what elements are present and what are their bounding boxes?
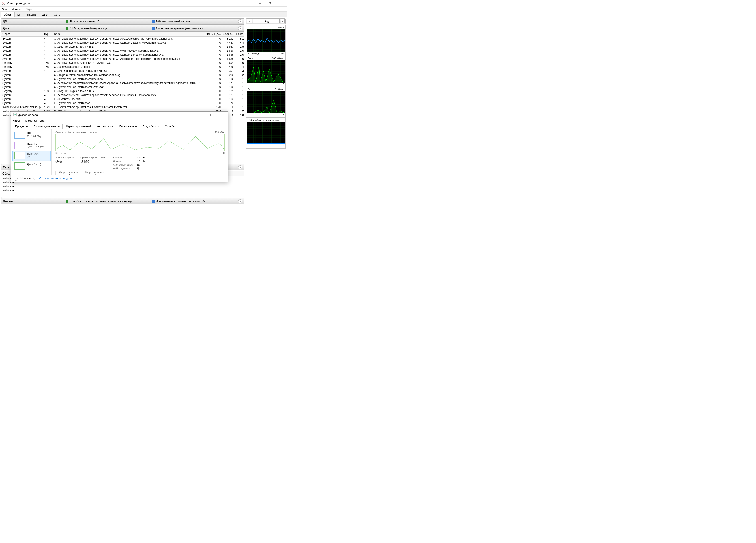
- tm-minimize-button[interactable]: [196, 112, 206, 118]
- table-cell: 168: [43, 65, 53, 69]
- disk-col-header[interactable]: ИД …: [43, 32, 53, 37]
- tm-thumb-icon: [14, 132, 25, 139]
- table-row[interactable]: System4C:\Windows\System32\winevt\Logs\M…: [1, 57, 244, 61]
- disk-col-header[interactable]: Всего …: [235, 32, 244, 37]
- table-cell: 0: [205, 73, 222, 77]
- table-cell: C:\$Extend\$UsnJrnl:$J: [53, 97, 205, 101]
- close-button[interactable]: [275, 0, 285, 7]
- tm-menu-options[interactable]: Параметры: [23, 119, 37, 122]
- table-cell: 137: [235, 93, 244, 97]
- tm-tab-startup[interactable]: Автозагрузка: [94, 124, 116, 129]
- tm-tab-details[interactable]: Подробности: [140, 124, 162, 129]
- table-row[interactable]: System4C:\Windows\System32\winevt\Logs\M…: [1, 37, 244, 41]
- tm-sidebar-item[interactable]: Диск 0 (C:) 0%: [12, 151, 51, 161]
- table-cell: 0: [205, 61, 222, 65]
- table-cell: 1 638: [235, 57, 244, 61]
- table-cell: 102: [222, 97, 235, 101]
- tab-disk[interactable]: Диск: [39, 12, 51, 17]
- tm-menu-view[interactable]: Вид: [39, 119, 44, 122]
- table-cell: C:\System Volume Information: [53, 101, 205, 105]
- tm-less-label[interactable]: Меньше: [20, 177, 31, 180]
- app-icon: [2, 2, 5, 5]
- tm-sidebar-item[interactable]: ЦП 1% 1,84 ГГц: [12, 130, 51, 140]
- tm-close-button[interactable]: [216, 112, 226, 118]
- table-row[interactable]: System4C:\$Extend\$UsnJrnl:$J0102102Фон0: [1, 97, 244, 101]
- table-cell: 4: [43, 73, 53, 77]
- table-cell: 694: [235, 61, 244, 65]
- disk-collapse-button[interactable]: [238, 26, 242, 30]
- tab-overview[interactable]: Обзор: [1, 12, 15, 17]
- table-row[interactable]: System4C:\ProgramData\Microsoft\Network\…: [1, 73, 244, 77]
- tm-tab-services[interactable]: Службы: [162, 124, 178, 129]
- tm-thumb-icon: [14, 163, 25, 170]
- tab-network[interactable]: Сеть: [51, 12, 63, 17]
- tm-menu-file[interactable]: Файл: [13, 119, 20, 122]
- table-cell: 174: [222, 81, 235, 85]
- table-row[interactable]: System4C:\System Volume Information\ISwi…: [1, 85, 244, 89]
- tm-sidebar[interactable]: ЦП 1% 1,84 ГГц Память 2,6/31,7 ГБ (8%) Д…: [11, 129, 52, 175]
- tm-open-resmon-link[interactable]: Открыть монитор ресурсов: [39, 177, 73, 180]
- maximize-button[interactable]: [265, 0, 275, 7]
- table-cell: C:\System Volume Information\ISwift3.dat: [53, 85, 205, 89]
- tm-avg-response-label: Среднее время ответа: [80, 156, 106, 159]
- tm-sidebar-item[interactable]: Память 2,6/31,7 ГБ (8%): [12, 140, 51, 151]
- disk-col-header[interactable]: Запис…: [222, 32, 235, 37]
- table-row[interactable]: System4C:\System Volume Information07272…: [1, 101, 244, 105]
- disk-col-header[interactable]: Файл: [53, 32, 205, 37]
- table-row[interactable]: System4C:\Windows\System32\winevt\Logs\M…: [1, 93, 244, 97]
- net-collapse-button[interactable]: [238, 165, 242, 169]
- table-row[interactable]: System4C:\$LogFile (Журнал тома NTFS)01 …: [1, 45, 244, 49]
- tm-tab-users[interactable]: Пользователи: [116, 124, 140, 129]
- menu-file[interactable]: Файл: [2, 8, 9, 11]
- table-cell: 1 170: [235, 105, 244, 109]
- disk-col-header[interactable]: Образ: [1, 32, 43, 37]
- table-cell: 4 443: [222, 41, 235, 45]
- table-row[interactable]: Registry168C:\$LogFile (Журнал тома NTFS…: [1, 89, 244, 93]
- graph-timespan: 60 секунд: [248, 52, 259, 55]
- table-row[interactable]: System4C:\System Volume Information\klme…: [1, 77, 244, 81]
- menu-monitor[interactable]: Монитор: [12, 8, 23, 11]
- table-cell: 139: [235, 89, 244, 93]
- tm-tab-processes[interactable]: Процессы: [12, 124, 31, 129]
- view-menu-button[interactable]: [281, 19, 285, 24]
- tm-format-value: 875 ГБ: [137, 160, 145, 163]
- table-row[interactable]: System4C:\Windows\System32\winevt\Logs\M…: [1, 53, 244, 57]
- tab-memory[interactable]: Память: [24, 12, 39, 17]
- view-dropdown[interactable]: Вид: [253, 19, 280, 24]
- cpu-section-header[interactable]: ЦП 1% - использование ЦП 70% максимально…: [1, 18, 244, 25]
- table-cell: 0: [205, 85, 222, 89]
- disk-section-header[interactable]: Диск 4 КБ/с - дисковый ввод-вывод 1% акт…: [1, 25, 244, 32]
- table-row[interactable]: Registry168C:\Users\Oxana\ntuser.dat.log…: [1, 65, 244, 69]
- table-row[interactable]: System4C:\$Mft (Основная таблица файлов …: [1, 69, 244, 73]
- tm-collapse-button[interactable]: [14, 177, 18, 181]
- table-cell: C:\$Mft (Основная таблица файлов NTFS): [53, 69, 205, 73]
- tm-tab-performance[interactable]: Производительность: [31, 124, 62, 129]
- tm-maximize-button[interactable]: [206, 112, 216, 118]
- graph-min: 0: [283, 145, 284, 148]
- menu-help[interactable]: Справка: [26, 8, 36, 11]
- table-row[interactable]: svchost.e: [1, 184, 244, 188]
- table-row[interactable]: System4C:\Windows\ServiceProfiles\Networ…: [1, 81, 244, 85]
- table-row[interactable]: svchost.e: [1, 188, 244, 193]
- table-row[interactable]: System4C:\Windows\System32\winevt\Logs\M…: [1, 41, 244, 45]
- titlebar: Монитор ресурсов: [0, 0, 287, 7]
- cpu-expand-button[interactable]: [238, 19, 242, 24]
- tab-cpu[interactable]: ЦП: [15, 12, 24, 17]
- mem-expand-button[interactable]: [238, 199, 242, 203]
- mini-graph: Диск 100 Кбит/с 0: [246, 56, 286, 87]
- table-row[interactable]: svchost.exe (UnistackSvcGroup)9320C:\Use…: [1, 105, 244, 109]
- tm-tab-apphistory[interactable]: Журнал приложений: [63, 124, 94, 129]
- graphs-nav-button[interactable]: [247, 19, 252, 24]
- tm-titlebar[interactable]: Диспетчер задач: [11, 112, 228, 118]
- disk-col-header[interactable]: Чтение (б…: [205, 32, 222, 37]
- table-cell: System: [1, 97, 43, 101]
- tm-chart-timespan: 60 секунд: [55, 152, 66, 154]
- table-row[interactable]: System4C:\Windows\System32\winevt\Logs\M…: [1, 49, 244, 53]
- table-cell: C:\Users\Oxana\AppData\Local\Comms\Unist…: [53, 105, 205, 109]
- table-cell: 4: [43, 69, 53, 73]
- graphs-pane: Вид ЦП 100% 60 секунд 0% Диск 100 Кбит/с: [245, 17, 287, 206]
- minimize-button[interactable]: [255, 0, 265, 7]
- table-row[interactable]: Registry168C:\Windows\System32\config\SO…: [1, 61, 244, 65]
- mem-section-header[interactable]: Память 0 ошибок страницы физической памя…: [1, 198, 244, 205]
- tm-sidebar-item[interactable]: Диск 1 (E:): [12, 161, 51, 171]
